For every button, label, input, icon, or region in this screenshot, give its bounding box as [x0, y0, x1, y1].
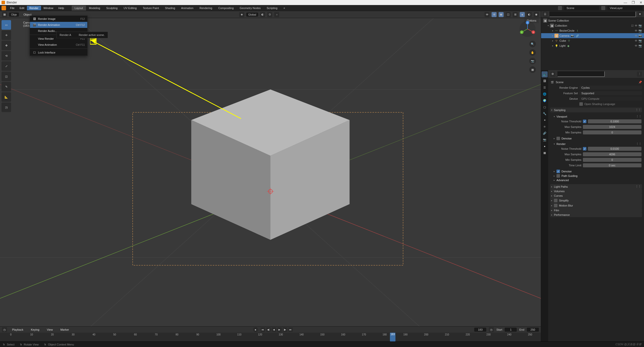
outliner-editor-icon[interactable]: ☰	[543, 12, 548, 17]
render-animation-item[interactable]: 🎬 Render Animation Ctrl F12	[30, 22, 87, 28]
denoise-vp-checkbox[interactable]	[556, 137, 560, 140]
disable-render-icon[interactable]: 📷	[638, 29, 642, 32]
orientation-dropdown[interactable]: Global	[246, 13, 258, 17]
tool-transform[interactable]: ◫	[2, 72, 11, 81]
tab-animation[interactable]: Animation	[178, 6, 196, 11]
disable-render-icon[interactable]: 📷	[638, 39, 642, 42]
panel-menu-icon[interactable]: ⋮⋮	[635, 185, 641, 188]
gizmo-icon[interactable]: ⊕	[492, 12, 497, 17]
tab-layout[interactable]: Layout	[72, 6, 86, 11]
menu-help[interactable]: Help	[56, 6, 67, 10]
tab-scripting[interactable]: Scripting	[264, 6, 280, 11]
overlays-icon[interactable]: ◉	[499, 12, 504, 17]
tree-item-camera[interactable]: ▸ ▣ Camera 📷 🔗 👁📷	[541, 33, 644, 38]
simplify-checkbox[interactable]	[554, 199, 557, 202]
noise-threshold-field[interactable]: 0.1000	[588, 119, 641, 123]
timeline-editor-icon[interactable]: ◷	[2, 327, 7, 332]
noise-threshold-field[interactable]: 0.0100	[588, 147, 641, 151]
motion-blur-checkbox[interactable]	[554, 204, 557, 207]
tool-scale[interactable]: ⤢	[2, 61, 11, 71]
shading-wireframe-icon[interactable]: ⊞	[513, 12, 518, 17]
blender-logo-icon[interactable]	[2, 6, 6, 10]
playhead[interactable]: 183	[390, 333, 395, 341]
view-animation-item[interactable]: View Animation Ctrl F11	[30, 42, 87, 48]
tab-viewlayer[interactable]: ☰	[542, 84, 548, 90]
tool-select-box[interactable]: ▭	[2, 20, 11, 30]
shading-rendered-icon[interactable]: ◉	[534, 12, 539, 17]
tab-physics[interactable]: ⚛	[542, 124, 548, 130]
jump-start-button[interactable]: ⏮	[261, 327, 265, 332]
max-samples-field[interactable]: 1024	[583, 125, 641, 129]
tool-annotate[interactable]: ✎	[2, 82, 11, 91]
min-samples-field[interactable]: 0	[583, 130, 641, 134]
exclude-checkbox[interactable]: ☑	[631, 24, 634, 27]
panel-menu-icon[interactable]: ⋮⋮	[636, 142, 641, 145]
time-limit-field[interactable]: 0 sec	[583, 163, 641, 167]
outliner-search-input[interactable]	[549, 11, 636, 17]
timeline-playback[interactable]: Playback	[10, 327, 26, 332]
add-workspace-button[interactable]: +	[280, 6, 288, 11]
noise-threshold-checkbox[interactable]: ✓	[583, 120, 586, 123]
options-icon[interactable]: ⋮	[637, 72, 642, 77]
tab-particle[interactable]: ✦	[542, 117, 548, 123]
render-engine-dropdown[interactable]: Cycles	[579, 86, 642, 90]
snap-icon[interactable]: ◐	[260, 12, 265, 17]
current-frame-field[interactable]: 183	[474, 328, 486, 332]
panel-menu-icon[interactable]: ⋮⋮	[636, 115, 641, 118]
mode-dropdown[interactable]: Obje	[9, 13, 19, 17]
chevron-right-icon[interactable]: ▸	[552, 29, 553, 32]
3d-viewport[interactable]: Options ▭ ✛ ✥ ⟲ ⤢ ◫ ✎ 📐 ◳ Came (183)	[0, 18, 541, 326]
tab-uv-editing[interactable]: UV Editing	[120, 6, 140, 11]
tree-item-light[interactable]: ▸ 💡 Light ◉ 👁📷	[541, 43, 644, 48]
tab-render[interactable]: 📺	[542, 71, 548, 77]
shading-matprev-icon[interactable]: ◐	[527, 12, 532, 17]
visibility-icon[interactable]: 👁	[485, 12, 490, 17]
tool-add[interactable]: ◳	[2, 103, 11, 112]
perspective-icon[interactable]: ▦	[529, 66, 536, 73]
panel-menu-icon[interactable]: ⋮⋮	[635, 108, 641, 112]
camera-view-icon[interactable]: 📷	[529, 58, 536, 64]
tool-cursor[interactable]: ✛	[2, 30, 11, 40]
min-samples-field[interactable]: 0	[583, 158, 641, 162]
tab-data[interactable]: 📷	[542, 137, 548, 143]
tab-object[interactable]: ▢	[542, 104, 548, 110]
menu-file[interactable]: File	[8, 6, 17, 10]
disable-render-icon[interactable]: 📷	[638, 44, 642, 47]
auto-key-icon[interactable]: ●	[253, 327, 258, 332]
hide-icon[interactable]: 👁	[635, 24, 637, 27]
timeline-marker[interactable]: Marker	[58, 327, 71, 332]
viewlayer-dropdown[interactable]: ViewLayer	[607, 6, 642, 10]
denoise-r-checkbox[interactable]: ✓	[556, 170, 560, 173]
keyframe-next-button[interactable]: |▶	[283, 327, 287, 332]
tab-modifier[interactable]: 🔧	[542, 111, 548, 117]
film-header[interactable]: ▸Film	[550, 208, 642, 213]
jump-end-button[interactable]: ⏭	[288, 327, 293, 332]
curves-header[interactable]: ▸Curves	[550, 193, 642, 198]
denoise-vp-header[interactable]: ▸Denoise	[554, 136, 641, 141]
hide-icon[interactable]: 👁	[635, 39, 637, 42]
keyframe-prev-button[interactable]: ◀|	[266, 327, 271, 332]
tab-shading[interactable]: Shading	[162, 6, 178, 11]
disable-render-icon[interactable]: 📷	[638, 34, 642, 37]
start-frame-field[interactable]: 1	[505, 328, 517, 332]
osl-checkbox[interactable]	[579, 102, 583, 106]
path-guiding-header[interactable]: ▸Path Guiding	[554, 174, 641, 178]
tab-texture[interactable]: ▦	[542, 150, 548, 156]
render-subsection-header[interactable]: ▾Render⋮⋮	[554, 142, 641, 146]
advanced-header[interactable]: ▸Advanced	[554, 178, 641, 182]
tab-material[interactable]: ●	[542, 143, 548, 149]
maximize-button[interactable]: ❐	[632, 1, 635, 5]
filter-icon[interactable]: ▼	[637, 12, 642, 17]
tab-geometry-nodes[interactable]: Geometry Nodes	[237, 6, 264, 11]
end-frame-field[interactable]: 250	[527, 328, 539, 332]
disable-render-icon[interactable]: 📷	[638, 24, 642, 27]
menu-edit[interactable]: Edit	[17, 6, 27, 10]
timeline-keying[interactable]: Keying	[28, 327, 42, 332]
tab-constraint[interactable]: 🔗	[542, 130, 548, 136]
tool-measure[interactable]: 📐	[2, 92, 11, 102]
shading-solid-icon[interactable]: ●	[520, 12, 525, 17]
tree-item-cube[interactable]: ▸ ▽ Cube ▽ 👁📷	[541, 38, 644, 43]
orientation-icon[interactable]: ◈	[239, 12, 244, 17]
feature-set-dropdown[interactable]: Supported	[579, 91, 642, 95]
zoom-icon[interactable]: 🔍	[529, 41, 536, 47]
